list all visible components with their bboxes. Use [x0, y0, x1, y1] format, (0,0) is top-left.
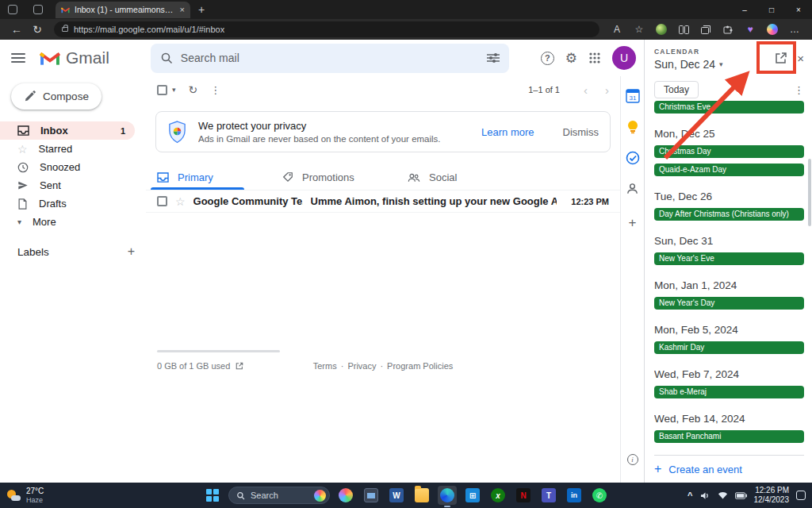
tab-promotions[interactable]: Promotions — [271, 164, 396, 190]
calendar-more-icon[interactable]: ⋮ — [794, 84, 804, 96]
settings-more-icon[interactable]: … — [783, 21, 806, 38]
browser-essentials-icon[interactable]: ♥ — [739, 21, 761, 38]
address-bar[interactable]: https://mail.google.com/mail/u/1/#inbox — [54, 21, 599, 37]
event-chip[interactable]: Quaid-e-Azam Day — [654, 164, 804, 176]
event-chip[interactable]: New Year's Day — [654, 297, 804, 310]
calendar-strip-icon[interactable]: 31 — [626, 89, 640, 103]
today-button[interactable]: Today — [654, 81, 699, 98]
create-event-button[interactable]: + Create an event — [654, 455, 804, 483]
compose-button[interactable]: Compose — [11, 83, 102, 110]
lock-icon[interactable] — [62, 27, 68, 32]
event-chip[interactable]: Basant Panchami — [654, 430, 804, 443]
get-addons-button[interactable]: + — [629, 216, 637, 229]
contacts-icon[interactable] — [626, 182, 639, 195]
taskbar-app-linkedin[interactable]: in — [565, 486, 584, 505]
email-star-icon[interactable]: ☆ — [175, 196, 186, 207]
start-button[interactable] — [203, 486, 222, 505]
dismiss-button[interactable]: Dismiss — [563, 126, 599, 138]
battery-icon[interactable] — [735, 492, 747, 499]
url-text[interactable]: https://mail.google.com/mail/u/1/#inbox — [74, 25, 224, 34]
notification-center-icon[interactable] — [796, 491, 806, 500]
favorites-star-icon[interactable]: ☆ — [628, 21, 650, 38]
copilot-icon[interactable] — [761, 21, 783, 38]
email-checkbox[interactable] — [157, 196, 167, 206]
info-icon[interactable]: i — [627, 454, 638, 465]
sidebar-item-snoozed[interactable]: Snoozed — [0, 158, 135, 176]
split-screen-icon[interactable] — [672, 21, 695, 38]
wifi-icon[interactable] — [718, 491, 728, 499]
tab-actions-icon[interactable] — [33, 5, 43, 14]
terms-link[interactable]: Terms — [313, 361, 337, 371]
profile-avatar-icon[interactable] — [650, 21, 672, 38]
tray-chevron-up-icon[interactable]: ^ — [688, 491, 692, 500]
workspaces-icon[interactable] — [8, 5, 17, 14]
open-in-new-icon[interactable] — [236, 362, 243, 370]
taskbar-app-store[interactable]: ⊞ — [463, 486, 482, 505]
tab-close-icon[interactable]: × — [180, 6, 185, 14]
sidebar-item-more[interactable]: ▾ More — [0, 213, 135, 231]
refresh-icon[interactable]: ↻ — [189, 83, 198, 96]
select-all-checkbox[interactable] — [157, 85, 167, 95]
settings-gear-icon[interactable]: ⚙ — [565, 52, 577, 65]
support-icon[interactable]: ? — [541, 52, 554, 65]
taskbar-app-pc[interactable] — [362, 486, 381, 505]
keep-icon[interactable] — [626, 120, 639, 134]
tab-social[interactable]: Social — [396, 164, 522, 190]
close-panel-icon[interactable]: × — [797, 52, 804, 64]
taskbar-app-word[interactable]: W — [387, 486, 406, 505]
search-options-icon[interactable] — [487, 52, 500, 64]
learn-more-link[interactable]: Learn more — [481, 126, 534, 138]
search-icon[interactable] — [160, 52, 173, 64]
reload-button[interactable]: ↻ — [27, 23, 48, 36]
account-avatar[interactable]: U — [612, 46, 636, 70]
extensions-puzzle-icon[interactable] — [717, 21, 739, 38]
more-options-icon[interactable]: ⋮ — [210, 84, 220, 96]
taskbar-app-whatsapp[interactable]: ✆ — [590, 486, 609, 505]
volume-icon[interactable] — [700, 491, 710, 500]
event-chip[interactable]: New Year's Eve — [654, 252, 804, 265]
read-aloud-icon[interactable]: A — [606, 21, 628, 38]
event-chip[interactable]: Day After Christmas (Christians only) — [654, 208, 804, 221]
search-input[interactable] — [181, 52, 479, 64]
taskbar-app-netflix[interactable]: N — [514, 486, 533, 505]
event-chip[interactable]: Christmas Eve — [654, 101, 804, 114]
event-chip[interactable]: Shab e-Meraj — [654, 386, 804, 398]
window-maximize-button[interactable]: □ — [758, 0, 785, 19]
window-close-button[interactable]: × — [785, 0, 812, 19]
taskbar-app-photos[interactable] — [336, 486, 355, 505]
event-chip[interactable]: Kashmir Day — [654, 341, 804, 354]
sidebar-item-starred[interactable]: ☆ Starred — [0, 140, 135, 158]
calendar-date-selector[interactable]: Sun, Dec 24 ▾ — [654, 58, 723, 71]
taskbar-search[interactable]: Search — [228, 487, 330, 504]
select-dropdown-icon[interactable]: ▾ — [172, 86, 176, 94]
search-bar[interactable] — [151, 44, 509, 73]
newer-page-icon[interactable]: ‹ — [584, 83, 588, 97]
google-apps-icon[interactable] — [588, 52, 601, 64]
window-minimize-button[interactable]: – — [731, 0, 758, 19]
sidebar-item-inbox[interactable]: Inbox 1 — [0, 121, 135, 140]
email-row[interactable]: ☆ Google Community Te. Umme Aimon, finis… — [146, 190, 620, 213]
main-menu-icon[interactable] — [11, 53, 25, 63]
create-label-button[interactable]: + — [128, 244, 135, 259]
taskbar-clock[interactable]: 12:26 PM 12/4/2023 — [754, 486, 790, 506]
open-calendar-in-new-tab-icon[interactable] — [775, 52, 787, 64]
tab-primary[interactable]: Primary — [146, 164, 271, 190]
sidebar-item-drafts[interactable]: Drafts — [0, 194, 135, 213]
program-policies-link[interactable]: Program Policies — [387, 361, 453, 371]
browser-tab[interactable]: Inbox (1) - ummeaimonshabbi × — [56, 2, 190, 18]
sidebar-item-sent[interactable]: Sent — [0, 176, 135, 194]
taskbar-app-xbox[interactable]: x — [488, 486, 508, 505]
taskbar-app-teams[interactable]: T — [539, 486, 558, 505]
taskbar-weather-widget[interactable]: 27°C Haze — [6, 487, 44, 504]
taskbar-app-file-explorer[interactable] — [412, 486, 431, 505]
gmail-logo[interactable]: Gmail — [40, 48, 109, 67]
older-page-icon[interactable]: › — [605, 83, 609, 97]
collections-icon[interactable] — [695, 21, 717, 38]
tasks-icon[interactable] — [626, 151, 640, 165]
panel-scrollbar[interactable] — [808, 159, 811, 226]
new-tab-button[interactable]: + — [198, 4, 205, 15]
privacy-link[interactable]: Privacy — [347, 361, 376, 371]
taskbar-app-edge[interactable] — [438, 486, 457, 505]
event-chip[interactable]: Christmas Day — [654, 145, 804, 158]
back-button[interactable]: ← — [6, 23, 27, 36]
